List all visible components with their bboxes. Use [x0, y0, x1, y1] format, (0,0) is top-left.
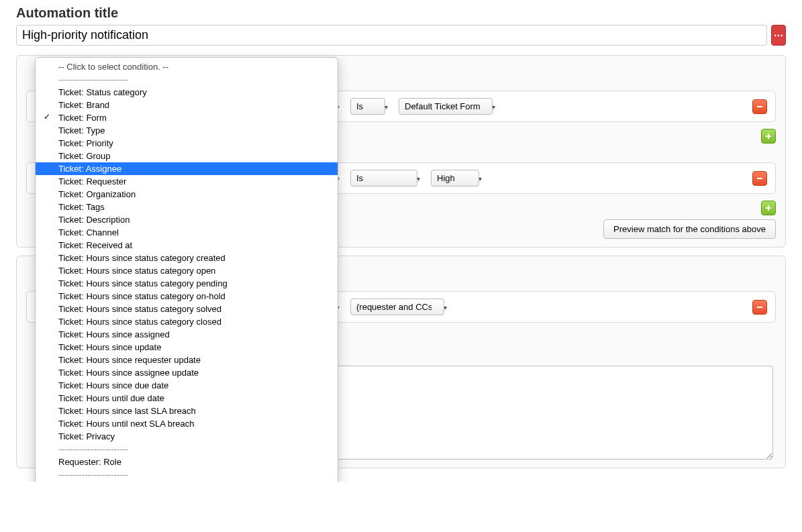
- dropdown-option[interactable]: Ticket: Hours since assigned: [36, 328, 338, 341]
- condition-operator-select[interactable]: Is: [350, 170, 417, 187]
- dropdown-option[interactable]: Ticket: Hours until next SLA breach: [36, 417, 338, 430]
- condition-dropdown[interactable]: -- Click to select condition. ----------…: [35, 57, 338, 482]
- svg-rect-3: [757, 178, 762, 179]
- dropdown-option[interactable]: Ticket: Hours since status category clos…: [36, 315, 338, 328]
- dropdown-option[interactable]: Ticket: Hours since status category open: [36, 264, 338, 277]
- dropdown-option[interactable]: Ticket: Hours since last SLA breach: [36, 405, 338, 417]
- dropdown-option[interactable]: Ticket: Privacy: [36, 430, 338, 443]
- dropdown-option[interactable]: Ticket: Tags: [36, 201, 338, 213]
- dropdown-option: ------------------------: [36, 443, 338, 456]
- dropdown-option[interactable]: Ticket: Hours since status category pend…: [36, 277, 338, 290]
- preview-match-button[interactable]: Preview match for the conditions above: [603, 219, 776, 239]
- dropdown-option[interactable]: Ticket: Type: [36, 124, 338, 137]
- dropdown-option[interactable]: Ticket: Brand: [36, 99, 338, 111]
- dropdown-option[interactable]: Ticket: Channel: [36, 226, 338, 239]
- dropdown-option[interactable]: Ticket: Received at: [36, 239, 338, 252]
- dropdown-option[interactable]: Ticket: Hours since status category on-h…: [36, 290, 338, 303]
- svg-rect-0: [757, 106, 762, 107]
- condition-value-select[interactable]: High: [431, 170, 479, 187]
- dropdown-option[interactable]: Ticket: Description: [36, 213, 338, 226]
- dropdown-option[interactable]: Ticket: Hours since requester update: [36, 354, 338, 366]
- dropdown-option[interactable]: Ticket: Form: [36, 111, 338, 124]
- dropdown-option[interactable]: Ticket: Hours since assignee update: [36, 366, 338, 379]
- action-value-select[interactable]: (requester and CCs): [350, 299, 444, 315]
- dropdown-option: ------------------------: [36, 468, 338, 481]
- dropdown-option[interactable]: -- Click to select condition. --: [36, 60, 338, 73]
- dropdown-option[interactable]: Ticket: Hours since status category crea…: [36, 252, 338, 264]
- dropdown-option[interactable]: Ticket: Assignee: [36, 162, 338, 175]
- dropdown-option[interactable]: Ticket: Ticket status: [36, 481, 338, 482]
- dropdown-option[interactable]: Ticket: Hours since update: [36, 341, 338, 354]
- condition-value-select[interactable]: Default Ticket Form: [399, 98, 493, 115]
- dropdown-option[interactable]: Ticket: Hours since due date: [36, 379, 338, 392]
- dropdown-option[interactable]: Ticket: Requester: [36, 175, 338, 188]
- automation-title-menu-button[interactable]: ⋯: [771, 25, 786, 46]
- dropdown-option[interactable]: Ticket: Hours since status category solv…: [36, 303, 338, 315]
- remove-condition-button[interactable]: [752, 99, 767, 114]
- dropdown-option[interactable]: Requester: Role: [36, 456, 338, 468]
- minus-icon: [756, 174, 764, 182]
- dropdown-option[interactable]: Ticket: Organization: [36, 188, 338, 201]
- remove-action-button[interactable]: [752, 300, 767, 315]
- remove-condition-button[interactable]: [752, 171, 767, 186]
- add-condition-button[interactable]: [761, 201, 776, 215]
- svg-rect-6: [757, 307, 762, 308]
- minus-icon: [756, 103, 764, 111]
- dropdown-option: ------------------------: [36, 73, 338, 86]
- dropdown-option[interactable]: Ticket: Group: [36, 150, 338, 162]
- automation-title-input[interactable]: [16, 25, 767, 46]
- add-condition-button[interactable]: [761, 129, 776, 144]
- plus-icon: [764, 204, 772, 212]
- svg-rect-2: [766, 136, 771, 137]
- minus-icon: [756, 303, 764, 311]
- dropdown-option[interactable]: Ticket: Status category: [36, 86, 338, 99]
- dropdown-option[interactable]: Ticket: Priority: [36, 137, 338, 150]
- plus-icon: [764, 132, 772, 140]
- svg-rect-5: [766, 207, 771, 209]
- condition-operator-select[interactable]: Is: [350, 98, 385, 115]
- dropdown-option[interactable]: Ticket: Hours until due date: [36, 392, 338, 405]
- automation-title-label: Automation title: [16, 5, 786, 21]
